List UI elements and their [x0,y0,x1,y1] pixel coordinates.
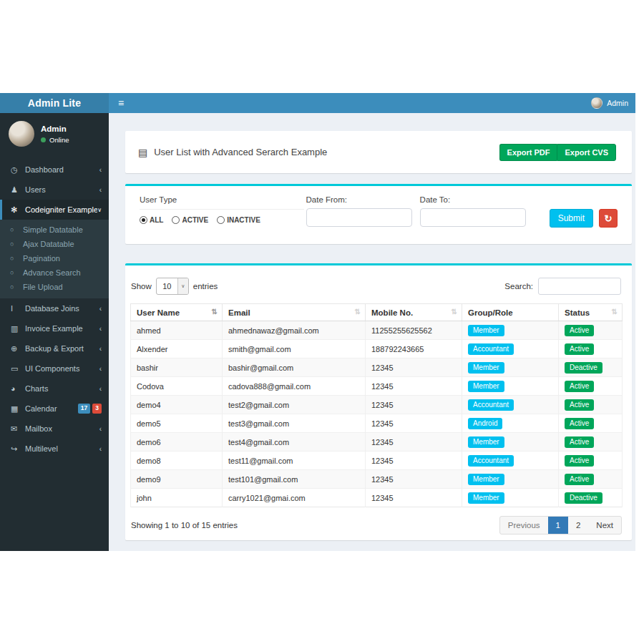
calendar-badge-blue: 17 [78,404,90,413]
cell-email: test3@gmail.com [223,414,366,433]
radio-checked-icon [140,216,147,224]
col-email[interactable]: Email⇅ [223,304,366,321]
col-user-name[interactable]: User Name⇅ [131,304,223,321]
sort-icon[interactable]: ⇅ [612,308,618,316]
table-row[interactable]: demo8 test11@gmail.com 12345 Accountant … [131,452,623,470]
sidebar-item-codeigniter-examples[interactable]: ✻ Codeigniter Examples ∨ [0,200,109,220]
export-pdf-button[interactable]: Export PDF [499,144,557,161]
circle-o-icon: ○ [10,283,23,291]
sidebar-item-database-joins[interactable]: I Database Joins ‹ [0,298,109,318]
status-badge: Active [565,381,594,392]
sidebar-item-label: Calendar [25,404,78,413]
table-row[interactable]: demo6 test4@gmail.com 12345 Member Activ… [131,433,623,452]
status-badge: Active [565,455,594,467]
sidebar-item-charts[interactable]: ◕ Charts ‹ [0,379,109,399]
sidebar-item-calendar[interactable]: ▦ Calendar 17 3 [0,399,109,419]
sidebar-item-advance-search[interactable]: ○ Advance Search [0,265,109,280]
table-row[interactable]: john carry1021@gmai.com 12345 Member Dea… [131,489,623,507]
date-to-label: Date To: [420,195,534,204]
radio-active[interactable]: ACTIVE [172,216,208,224]
cell-mobile: 12345 [366,470,462,489]
cell-name: demo6 [131,433,223,452]
sidebar-item-file-upload[interactable]: ○ File Upload [0,280,109,294]
status-badge: Active [565,436,594,448]
sidebar-toggle-icon[interactable]: ≡ [118,98,124,108]
export-cvs-button[interactable]: Export CVS [557,144,616,161]
cell-name: Alxender [131,340,223,358]
cell-email: ahmednawaz@gmail.com [223,321,366,340]
sidebar-item-users[interactable]: ♟ Users ‹ [0,180,109,200]
datatable-controls: Show 10 ∨ entries Search: [130,265,622,303]
sidebar-item-mailbox[interactable]: ✉ Mailbox ‹ [0,419,109,439]
submit-button[interactable]: Submit [550,209,593,228]
sidebar-item-multilevel[interactable]: ↪ Multilevel ‹ [0,439,109,459]
date-from-input[interactable] [306,208,412,227]
page-1-button[interactable]: 1 [548,517,568,534]
table-row[interactable]: ahmed ahmednawaz@gmail.com 1125525562556… [131,321,623,340]
next-page-button[interactable]: Next [588,517,621,534]
sidebar-item-dashboard[interactable]: ◷ Dashboard ‹ [0,160,109,180]
status-badge: Deactive [565,362,602,374]
asterisk-icon: ✻ [11,205,25,215]
status-badge: Active [565,399,594,411]
role-badge: Android [468,418,502,429]
filter-actions: Submit ↻ [550,209,618,228]
sidebar-item-ajax-datatable[interactable]: ○ Ajax Datatable [0,237,109,251]
cell-name: demo9 [131,470,223,489]
dashboard-icon: ◷ [11,165,25,175]
sidebar-item-label: Backup & Export [25,344,99,353]
circle-o-icon: ○ [10,255,23,262]
table-row[interactable]: Codova cadova888@gmail.com 12345 Member … [131,377,623,396]
chevron-down-icon: ∨ [97,207,102,213]
table-row[interactable]: demo9 test101@gmail.com 12345 Member Act… [131,470,623,489]
navbar-username: Admin [607,99,628,107]
table-row[interactable]: bashir bashir@gmail.com 12345 Member Dea… [131,358,623,377]
sidebar-item-backup-export[interactable]: ⊕ Backup & Export ‹ [0,338,109,358]
radio-inactive[interactable]: INACTIVE [217,216,260,224]
radio-all[interactable]: ALL [140,216,163,224]
col-group-role[interactable]: Group/Role [462,304,559,321]
role-badge: Member [468,436,504,448]
user-avatar [591,97,602,109]
page-2-button[interactable]: 2 [568,517,588,534]
profile-status-label: Online [49,136,69,144]
cell-mobile: 12345 [366,489,462,507]
sort-asc-icon[interactable]: ⇅ [212,308,218,316]
role-badge: Accountant [468,343,514,355]
sidebar-item-ui-components[interactable]: ▭ UI Components ‹ [0,358,109,379]
cell-email: bashir@gmail.com [223,358,366,377]
search-control: Search: [504,278,621,295]
sort-icon[interactable]: ⇅ [452,308,457,316]
sidebar-item-pagination[interactable]: ○ Pagination [0,251,109,265]
app-window: Admin Lite ≡ Admin Admin Online ◷ [0,93,635,551]
col-status[interactable]: Status⇅ [559,304,623,321]
status-badge: Active [565,474,594,485]
search-label: Search: [504,282,533,291]
refresh-button[interactable]: ↻ [599,209,618,228]
datatable-footer: Showing 1 to 10 of 15 entries Previous 1… [130,507,622,535]
length-control: Show 10 ∨ entries [131,278,218,295]
sort-icon[interactable]: ⇅ [355,308,361,316]
table-row[interactable]: demo5 test3@gmail.com 12345 Android Acti… [131,414,623,433]
sidebar-item-label: Invoice Example [25,324,99,333]
select-arrow-icon: ∨ [177,278,188,294]
status-badge: Active [565,343,594,355]
users-table: User Name⇅ Email⇅ Mobile No.⇅ Group/Role… [130,303,623,507]
online-dot-icon [41,137,46,142]
calendar-badges: 17 3 [78,404,102,413]
sidebar-item-invoice-example[interactable]: ▥ Invoice Example ‹ [0,318,109,338]
col-mobile[interactable]: Mobile No.⇅ [366,304,462,321]
brand-logo[interactable]: Admin Lite [0,93,109,113]
page-size-select[interactable]: 10 ∨ [156,278,189,295]
previous-page-button[interactable]: Previous [500,517,548,534]
date-to-input[interactable] [420,208,526,227]
sidebar-item-label: Codeigniter Examples [25,205,97,214]
search-input[interactable] [538,278,621,295]
table-row[interactable]: demo4 test2@gmail.com 12345 Accountant A… [131,396,623,414]
role-badge: Member [468,381,504,392]
sidebar-item-simple-datatable[interactable]: ○ Simple Datatable [0,223,109,237]
table-row[interactable]: Alxender smith@gmail.com 188792243665 Ac… [131,340,623,358]
page-size-value: 10 [157,278,177,294]
cell-name: demo4 [131,396,223,414]
navbar-user-menu[interactable]: Admin [591,97,628,109]
